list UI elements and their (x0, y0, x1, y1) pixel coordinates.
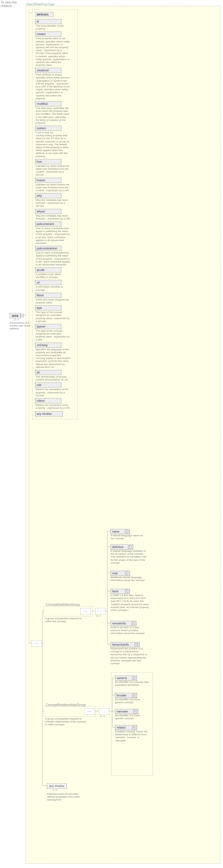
tree-hint: To view the children ... (1, 1, 26, 8)
attr-desc-1: If the property value is not defined, sp… (36, 37, 70, 66)
elem-narrower: narrower+ (115, 709, 138, 714)
concept-relationships-group-desc: A group of properties required to indica… (45, 717, 87, 726)
minus-icon[interactable]: − (21, 314, 24, 317)
plus-icon[interactable]: + (125, 572, 128, 575)
elem-hierarchyinfo-label: hierarchyInfo (112, 643, 129, 646)
source-element-area: area (10, 313, 21, 318)
elem-narrower-label: narrower (117, 710, 128, 713)
attr-how: how (35, 159, 61, 164)
attr-why: why (35, 193, 61, 198)
attributes-panel: attributes idThe local identifier of the… (32, 10, 78, 420)
elem-facet: facet+ (110, 589, 130, 594)
defgroup-card: 0..∞ (96, 615, 101, 617)
elem-broader: broader+ (115, 693, 137, 698)
attr-desc-3: The date (and, optionally, the time) whe… (36, 107, 70, 124)
attr-desc-2: If the attribute is empty, specifies whi… (36, 73, 70, 100)
attr-whyuri: whyuri (35, 209, 61, 214)
attr-modified: modified (35, 101, 61, 106)
compositor-defgroup (80, 608, 91, 615)
attr-pubconstrainturi: pubconstrainturi (35, 246, 61, 251)
attr-literal: literal (35, 293, 61, 298)
plus-icon[interactable]: + (128, 545, 131, 549)
attr-desc-16: Specifies the language of this property … (36, 348, 70, 369)
plus-icon[interactable]: + (131, 622, 135, 625)
compositor-main (31, 640, 42, 647)
attr-desc-6: Indicates by which means the value was e… (36, 183, 70, 192)
elem-hierarchyinfo-desc: Represents the position of a concept in … (110, 647, 149, 665)
plus-icon[interactable]: + (135, 643, 138, 646)
elem-hierarchyinfo: hierarchyInfo+ (110, 642, 139, 647)
attr-type: type (35, 305, 61, 310)
plus-icon[interactable]: + (132, 677, 135, 680)
any-other-element: any ##other (47, 783, 67, 788)
attr-desc-9: One or many constraints that apply to pu… (36, 227, 70, 245)
elem-note-label: note (112, 572, 118, 575)
plus-icon[interactable]: + (125, 530, 128, 533)
plus-icon[interactable]: + (132, 726, 135, 729)
attr-id: id (35, 19, 61, 24)
plus-icon[interactable]: + (132, 694, 135, 697)
relgroup-items-panel (111, 672, 153, 776)
relgroup-card: 0..∞ (100, 715, 105, 718)
elem-definition-desc: A natural language definition of the sem… (110, 550, 148, 564)
attr-desc-8: Why the metadata has been included - exp… (36, 214, 70, 220)
attr-creatoruri: creatoruri (35, 68, 61, 73)
elem-facet-desc: In NAR 1.8 and later, facet is deprecate… (110, 594, 149, 612)
attr-desc-17: The directionality of textual content (e… (36, 375, 70, 381)
elem-related-desc: A related concept, where the relationshi… (115, 730, 151, 742)
plus-icon[interactable]: + (133, 710, 136, 713)
attributes-header: attributes (35, 12, 54, 17)
elem-name: name+ (110, 529, 130, 534)
concept-definition-group-desc: A group of properties required to define… (45, 617, 82, 623)
elem-note: note+ (110, 571, 130, 576)
elem-name-label: name (112, 530, 120, 533)
attr-desc-14: The type of the concept assigned as cont… (36, 311, 70, 323)
any-other-desc: Extension point for provider-defined pro… (47, 793, 86, 802)
attr-desc-19: Refines the semantics of the property - … (36, 404, 70, 409)
elem-remoteinfo-label: remoteInfo (112, 622, 126, 625)
any-other-attr: any ##other (35, 411, 63, 416)
elem-remoteinfo: remoteInfo+ (110, 621, 136, 626)
elem-related-label: related (117, 726, 126, 729)
attr-desc-7: Why the metadata has been included - exp… (36, 198, 70, 208)
source-card: 0..∞ (14, 318, 19, 321)
elem-remoteinfo-desc: A link to an item or a web resource whic… (110, 626, 148, 635)
switch-relgroup (99, 708, 109, 715)
elem-related: related+ (115, 725, 137, 730)
compositor-relgroup (84, 708, 94, 715)
attr-desc-5: Indicates by which means the value was e… (36, 164, 70, 177)
elem-definition: definition+ (110, 545, 133, 550)
switch-defgroup (95, 608, 105, 615)
concept-definition-group-title: ConceptDefinitionGroup (45, 603, 80, 607)
concept-relationships-group-title: ConceptRelationshipsGroup (45, 703, 86, 707)
elem-broader-label: broader (117, 694, 127, 697)
elem-sameas-label: sameAs (117, 677, 127, 680)
attr-custom: custom (35, 126, 61, 131)
attr-desc-15: The type of the concept assigned as cont… (36, 330, 70, 341)
attr-qcode: qcode (35, 267, 61, 273)
attr-typeuri: typeuri (35, 324, 61, 329)
attr-xmllang: xml:lang (35, 343, 61, 348)
attr-pubconstraint: pubconstraint (35, 221, 61, 226)
attr-desc-11: A qualified code which identifies a conc… (36, 273, 70, 279)
attr-desc-13: A free-text value assigned as property v… (36, 298, 70, 304)
attr-howuri: howuri (35, 178, 61, 183)
elem-sameas: sameAs+ (115, 676, 137, 681)
attr-dir: dir (35, 370, 61, 375)
elem-facet-label: facet (112, 590, 119, 593)
elem-narrower-desc: An identifier of a more specific concept… (115, 714, 149, 720)
elem-note-desc: Additional natural language information … (110, 576, 146, 582)
elem-broader-desc: An identifier of a more generic concept. (115, 698, 149, 704)
attr-desc-0: The local identifier of the property. (36, 24, 70, 30)
plus-icon[interactable]: + (125, 590, 128, 593)
attr-role: role (35, 382, 61, 388)
attr-roleuri: roleuri (35, 398, 61, 403)
elem-definition-label: definition (112, 545, 124, 549)
attr-desc-4: If set to true the corresponding propert… (36, 131, 70, 158)
attr-desc-18: Refines the semantics of the property - … (36, 388, 70, 397)
attr-creator: creator (35, 31, 61, 37)
elem-name-desc: A natural language name for the concept. (110, 534, 146, 540)
attr-uri: uri (35, 280, 61, 285)
elem-sameas-desc: An identifier of a concept with equivale… (115, 681, 149, 686)
any-other-card: 0..∞ (53, 788, 58, 792)
